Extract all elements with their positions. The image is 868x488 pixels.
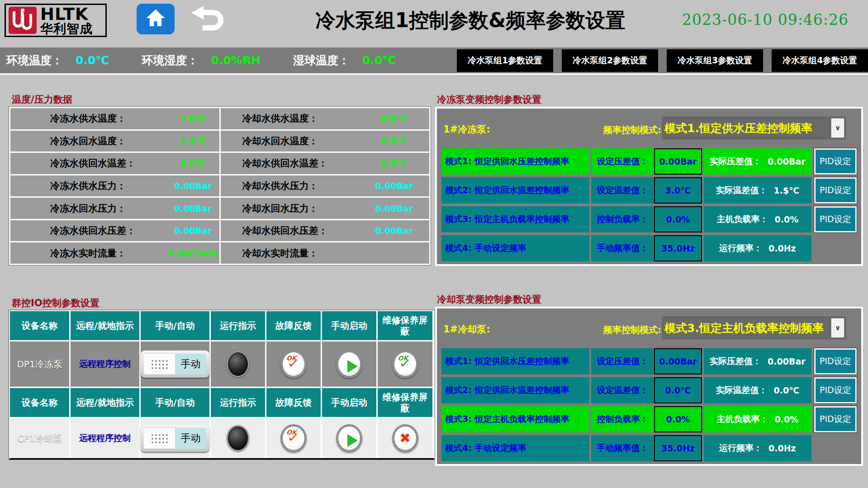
- manual-auto-toggle[interactable]: 手动: [141, 425, 209, 452]
- table-row: 冷冻水供回水压差： 0.00Bar: [10, 220, 219, 242]
- setpoint-label: 手动频率值：: [591, 435, 654, 461]
- chiller-vfd-panel: 1#冷冻泵: 频率控制模式: 模式1.恒定供水压差控制频率 ∨ 模式1: 恒定供…: [435, 107, 863, 266]
- env-value: 0.0℃: [76, 54, 109, 67]
- chiller-panel-title: 冷冻泵变频控制参数设置: [437, 93, 541, 106]
- io-column-header: 维修保养屏蔽: [378, 388, 432, 417]
- toggle-label: 手动: [175, 354, 206, 374]
- actual-label: 实际温差值：: [716, 185, 768, 196]
- chevron-down-icon[interactable]: ∨: [831, 118, 844, 138]
- freq-mode-label: 频率控制模式:: [586, 124, 661, 136]
- setpoint-input[interactable]: 0.0%: [654, 206, 702, 232]
- io-column-header: 远程/就地指示: [71, 311, 139, 340]
- actual-value: 0.0Hz: [768, 243, 796, 253]
- back-button[interactable]: [186, 5, 232, 34]
- actual-value-cell: 实际温差值： 1.$℃: [704, 177, 811, 204]
- mode-option[interactable]: 模式3: 恒定主机负载率控制频率: [441, 406, 589, 432]
- env-label: 环境温度：: [6, 53, 63, 68]
- actual-label: 实际压差值：: [710, 156, 761, 167]
- remote-status: 远程程序控制: [79, 358, 131, 370]
- maintenance-x-icon[interactable]: ✖: [392, 424, 418, 452]
- home-button[interactable]: [137, 4, 175, 34]
- io-column-header: 手动启动: [322, 311, 376, 340]
- pump-id-label: 1#冷却泵:: [443, 323, 490, 336]
- io-column-header: 设备名称: [10, 388, 69, 417]
- table-row: 冷冻水供回水温差： 0.0℃: [10, 153, 219, 174]
- maintenance-ok-icon[interactable]: OK✓: [392, 350, 418, 378]
- measurement-label: 冷却水供水温度：: [242, 112, 359, 125]
- mode-option[interactable]: 模式3: 恒定主机负载率控制频率: [441, 206, 589, 232]
- actual-label: 运行频率：: [719, 442, 762, 454]
- actual-value-cell: 主机负载率： 0.0%: [704, 206, 811, 232]
- manual-auto-toggle[interactable]: 手动: [141, 351, 209, 378]
- pump-group-nav-button[interactable]: 冷水泵组4参数设置: [772, 49, 868, 72]
- actual-value: 1.$℃: [774, 185, 800, 195]
- measurement-value: 0.00Bar: [359, 226, 430, 236]
- pid-setting-button[interactable]: PID设定: [814, 377, 857, 403]
- mode-option[interactable]: 模式4: 手动设定频率: [441, 235, 589, 261]
- pid-setting-button[interactable]: PID设定: [814, 348, 857, 374]
- setpoint-cell: 控制负载率： 0.0%: [591, 406, 702, 432]
- cooling-panel-title: 冷却泵变频控制参数设置: [437, 293, 541, 306]
- manual-start-cell: [322, 418, 376, 458]
- freq-mode-selected: 模式3.恒定主机负载率控制频率: [663, 321, 824, 336]
- group-io-table: 设备名称远程/就地指示手动/自动运行指示故障反馈手动启动维修保养屏蔽 DP1冷冻…: [9, 310, 435, 460]
- setpoint-cell: 设定压差值： 0.00Bar: [591, 148, 702, 175]
- measurement-label: 冷却水回水压力：: [242, 202, 359, 215]
- env-value: 0.0%RH: [211, 54, 261, 67]
- keypad-icon: [144, 354, 175, 374]
- measurement-value: 0.00Bar: [167, 181, 219, 191]
- table-row: 冷却水供回水温差： 0.0℃: [221, 153, 430, 174]
- pid-setting-button[interactable]: PID设定: [814, 206, 857, 232]
- pump-group-nav-button[interactable]: 冷水泵组1参数设置: [457, 49, 553, 72]
- setpoint-input[interactable]: 0.00Bar: [654, 148, 702, 175]
- actual-value-cell: 实际压差值： 0.00Bar: [704, 348, 811, 374]
- measurement-value: 0.00Bar: [167, 204, 219, 213]
- pump-group-nav-button[interactable]: 冷水泵组2参数设置: [562, 49, 658, 72]
- setpoint-input[interactable]: 0.00Bar: [654, 348, 702, 374]
- manual-start-cell: [322, 341, 376, 387]
- start-play-icon[interactable]: [336, 350, 362, 378]
- setpoint-input[interactable]: 35.0Hz: [654, 435, 702, 461]
- mode-row: 模式3: 恒定主机负载率控制频率 控制负载率： 0.0% 主机负载率： 0.0%…: [441, 406, 857, 432]
- pump-id-label: 1#冷冻泵:: [443, 123, 490, 136]
- home-icon: [144, 7, 167, 31]
- measurement-label: 冷却水供回水压差：: [242, 224, 359, 237]
- device-name: CP1冷却泵: [17, 432, 62, 445]
- logo-icon: [9, 7, 37, 34]
- setpoint-input[interactable]: 35.0Hz: [654, 235, 702, 261]
- pid-setting-button[interactable]: PID设定: [814, 177, 857, 204]
- measurement-value: 0.0℃: [167, 158, 219, 168]
- io-column-header: 运行指示: [211, 311, 265, 340]
- actual-label: 运行频率：: [719, 242, 762, 254]
- setpoint-input[interactable]: 3.0℃: [654, 177, 702, 204]
- measurement-label: 冷却水供回水温差：: [242, 157, 359, 170]
- mode-row: 模式2: 恒定供回水温差控制频率 设定温差值： 0.0℃ 实际温差值： 0.0℃…: [441, 377, 857, 403]
- measurement-value: 0.0m³/min: [167, 248, 219, 258]
- device-name-cell: CP1冷却泵: [10, 418, 69, 458]
- pid-setting-button[interactable]: PID设定: [814, 406, 857, 432]
- measurement-label: 冷却水回水温度：: [242, 135, 359, 147]
- pump-group-nav-button[interactable]: 冷水泵组3参数设置: [667, 49, 763, 72]
- maintenance-mask-cell: ✖: [378, 418, 432, 458]
- remote-local-cell: 远程程序控制: [71, 418, 139, 458]
- setpoint-input[interactable]: 0.0%: [654, 406, 702, 432]
- mode-option[interactable]: 模式1: 恒定供回水压差控制频率: [441, 348, 589, 374]
- remote-local-cell: 远程程序控制: [71, 341, 139, 387]
- io-column-header: 手动/自动: [141, 311, 209, 340]
- start-play-icon[interactable]: [336, 424, 362, 452]
- mode-option[interactable]: 模式1: 恒定供回水压差控制频率: [441, 148, 589, 175]
- measurement-value: 0.00Bar: [359, 204, 430, 213]
- actual-value-cell: 实际温差值： 0.0℃: [704, 377, 811, 403]
- setpoint-input[interactable]: 0.0℃: [654, 377, 702, 403]
- mode-option[interactable]: 模式2: 恒定供回水温差控制频率: [441, 177, 589, 204]
- freq-mode-dropdown[interactable]: 模式3.恒定主机负载率控制频率 ∨: [662, 317, 846, 339]
- mode-option[interactable]: 模式2: 恒定供回水温差控制频率: [441, 377, 589, 403]
- freq-mode-dropdown[interactable]: 模式1.恒定供水压差控制频率 ∨: [662, 117, 846, 139]
- back-arrow-icon: [188, 5, 230, 34]
- actual-value-cell: 实际压差值： 0.00Bar: [704, 148, 811, 175]
- table-row: 冷却水供水压力： 0.00Bar: [221, 175, 430, 197]
- chevron-down-icon[interactable]: ∨: [831, 318, 844, 338]
- cooling-vfd-panel: 1#冷却泵: 频率控制模式: 模式3.恒定主机负载率控制频率 ∨ 模式1: 恒定…: [435, 307, 863, 466]
- pid-setting-button[interactable]: PID设定: [814, 148, 857, 175]
- mode-option[interactable]: 模式4: 手动设定频率: [441, 435, 589, 461]
